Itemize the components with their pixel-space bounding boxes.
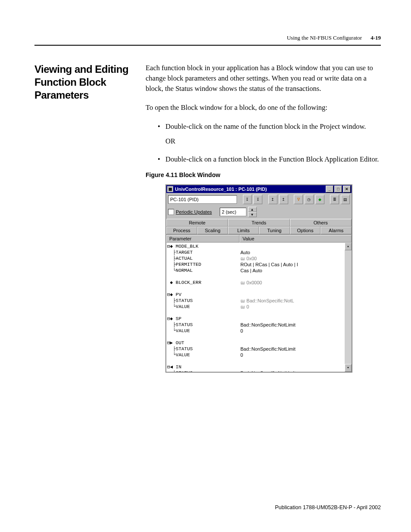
parameter-tree[interactable]: ⊟◆ MODE_BLK ├TARGET ├ACTUAL ├PERMITTED └…: [166, 243, 352, 372]
close-button[interactable]: ✕: [343, 186, 351, 193]
window-title: UnivControlResource_101 : PC-101 (PID): [175, 187, 267, 192]
trend-button[interactable]: ◷: [305, 195, 314, 204]
details-button[interactable]: ▤: [341, 195, 350, 204]
block-window: ▦ UnivControlResource_101 : PC-101 (PID)…: [165, 184, 352, 373]
write-all-button[interactable]: ↧: [253, 195, 262, 204]
write-button[interactable]: ↧: [243, 195, 252, 204]
publication-footer: Publication 1788-UM052B-EN-P - April 200…: [275, 504, 381, 510]
tab-options[interactable]: Options: [290, 227, 321, 234]
interval-down-button[interactable]: ▾: [248, 212, 257, 217]
app-icon: ▦: [167, 186, 173, 192]
maximize-button[interactable]: □: [334, 186, 342, 193]
col-header-value[interactable]: Value: [240, 235, 352, 243]
colors-button[interactable]: ◆: [315, 195, 324, 204]
section-heading: Viewing and Editing Function Block Param…: [34, 63, 134, 102]
minimize-button[interactable]: _: [326, 186, 333, 193]
header-rule: [34, 45, 381, 46]
bullet-dot-icon: •: [158, 121, 165, 132]
running-header: Using the NI-FBUS Configurator 4-19: [34, 34, 381, 45]
periodic-updates-checkbox[interactable]: [168, 209, 174, 215]
intro-paragraph-2: To open the Block window for a block, do…: [146, 103, 381, 113]
tab-tuning[interactable]: Tuning: [259, 227, 290, 234]
block-name-field[interactable]: PC-101 (PID): [168, 195, 237, 204]
tab-limits[interactable]: Limits: [228, 227, 259, 234]
toolbar-row-1: PC-101 (PID) ↧ ↧ ↥ ↥ ∇ ◷ ◆ ≣ ▤: [166, 193, 352, 206]
vertical-scrollbar[interactable]: ▴ ▾: [345, 243, 352, 372]
scroll-up-button[interactable]: ▴: [345, 243, 352, 250]
bullet-1: • Double-click on the name of the functi…: [158, 121, 381, 132]
filter-button[interactable]: ∇: [294, 195, 303, 204]
tab-alarms[interactable]: Alarms: [321, 227, 352, 234]
bullet-2-text: Double-click on a function block in the …: [165, 154, 379, 165]
tab-remote[interactable]: Remote: [166, 219, 228, 227]
read-all-button[interactable]: ↥: [279, 195, 288, 204]
or-separator: OR: [165, 137, 381, 146]
tab-scaling[interactable]: Scaling: [197, 227, 228, 234]
interval-up-button[interactable]: ▴: [248, 207, 257, 212]
intro-paragraph-1: Each function block in your application …: [146, 63, 381, 94]
figure-caption: Figure 4.11 Block Window: [146, 171, 381, 178]
periodic-updates-label: Periodic Updates: [176, 209, 212, 215]
titlebar[interactable]: ▦ UnivControlResource_101 : PC-101 (PID)…: [166, 185, 352, 193]
column-headers: Parameter Value: [166, 234, 352, 243]
tabs-back-row: Remote Trends Others: [166, 219, 352, 227]
tab-others[interactable]: Others: [290, 219, 352, 227]
bullet-1-text: Double-click on the name of the function…: [165, 121, 366, 132]
chapter-title: Using the NI-FBUS Configurator: [287, 34, 362, 41]
tab-trends[interactable]: Trends: [228, 219, 290, 227]
bullet-2: • Double-click on a function block in th…: [158, 154, 381, 165]
bullet-dot-icon: •: [158, 154, 165, 165]
interval-field[interactable]: 2 (sec): [220, 208, 246, 216]
tabs-front-row: Process Scaling Limits Tuning Options Al…: [166, 227, 352, 234]
toolbar-row-2: Periodic Updates 2 (sec) ▴ ▾: [166, 206, 352, 219]
list-view-button[interactable]: ≣: [330, 195, 339, 204]
tab-process[interactable]: Process: [166, 227, 197, 234]
col-header-parameter[interactable]: Parameter: [166, 235, 240, 243]
page-number: 4-19: [371, 34, 381, 41]
read-button[interactable]: ↥: [268, 195, 277, 204]
scroll-down-button[interactable]: ▾: [345, 364, 352, 372]
